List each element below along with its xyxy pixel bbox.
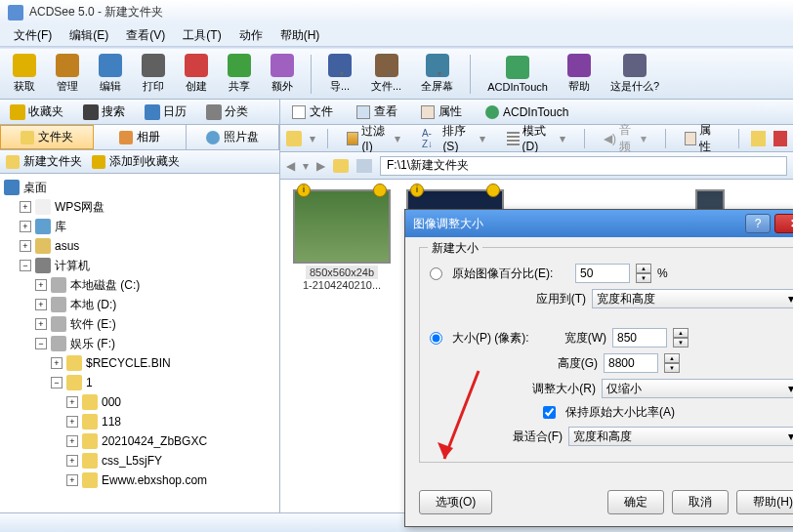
tree-expander[interactable]: +	[20, 201, 31, 213]
toolbar-ACDInTouch[interactable]: ACDInTouch	[480, 53, 555, 96]
tree-node[interactable]: +库	[4, 217, 275, 236]
dialog-close-button[interactable]: ✕	[774, 214, 793, 233]
tree-expander[interactable]: +	[66, 435, 78, 447]
radio-size[interactable]	[430, 332, 442, 345]
menu-file[interactable]: 文件(F)	[6, 25, 60, 46]
resize-select[interactable]: 仅缩小▾	[602, 379, 793, 398]
cancel-button[interactable]: 取消	[672, 490, 729, 514]
filter-button[interactable]: 过滤(I)▾	[340, 120, 407, 156]
rtab-props[interactable]: 属性	[415, 102, 468, 122]
lefttab-分类[interactable]: 分类	[200, 102, 254, 122]
tool-icon-2[interactable]	[773, 131, 787, 146]
tree-node-icon	[82, 453, 98, 469]
tree-node[interactable]: +本地 (D:)	[4, 295, 275, 314]
tree-node[interactable]: +Ewww.ebxshop.com	[4, 471, 275, 490]
dialog-help-button[interactable]: ?	[745, 214, 771, 233]
add-favorite-button[interactable]: 添加到收藏夹	[92, 153, 180, 170]
menu-edit[interactable]: 编辑(E)	[62, 25, 116, 46]
toolbar-导...[interactable]: ▾导...	[321, 51, 358, 97]
history-icon[interactable]	[356, 159, 372, 173]
tree-node[interactable]: +WPS网盘	[4, 197, 275, 217]
tree-expander[interactable]: +	[66, 474, 78, 486]
apply-to-select[interactable]: 宽度和高度▾	[592, 289, 793, 308]
tree-expander[interactable]: +	[35, 279, 47, 291]
tree-node[interactable]: −计算机	[4, 256, 275, 275]
tree-node[interactable]: −1	[4, 373, 275, 392]
height-input[interactable]	[604, 353, 658, 373]
sort-button[interactable]: A-Z↓排序(S)▾	[415, 120, 492, 156]
tree-expander[interactable]: +	[20, 240, 31, 252]
help-button[interactable]: 帮助(H)	[736, 490, 793, 514]
ok-button[interactable]: 确定	[607, 490, 664, 514]
lefttab-搜索[interactable]: 搜索	[77, 102, 131, 122]
height-spinner[interactable]: ▲▼	[664, 353, 680, 373]
keep-ratio-checkbox[interactable]	[543, 406, 556, 419]
new-folder-button[interactable]: 新建文件夹	[6, 153, 82, 170]
toolbar-编辑[interactable]: 编辑	[92, 51, 129, 97]
folder-icon[interactable]	[333, 159, 349, 173]
tree-node-icon	[35, 258, 51, 273]
tree-expander[interactable]: +	[35, 299, 47, 310]
toolbar-帮助[interactable]: 帮助	[561, 51, 598, 97]
menu-action[interactable]: 动作	[231, 25, 271, 46]
toolbar-这是什么?[interactable]: 这是什么?	[604, 51, 666, 97]
toolbar-创建[interactable]: 创建	[178, 51, 215, 97]
nav-fwd-icon[interactable]: ▶	[316, 159, 325, 173]
tree-node[interactable]: +000	[4, 392, 275, 412]
desktop-icon	[4, 180, 20, 195]
toolbar-文件...[interactable]: ▾文件...	[364, 51, 408, 97]
width-spinner[interactable]: ▲▼	[673, 328, 689, 348]
tree-node[interactable]: +$RECYCLE.BIN	[4, 353, 275, 373]
tree-expander[interactable]: +	[35, 318, 47, 330]
percent-input[interactable]	[575, 264, 630, 283]
tree-expander[interactable]: −	[20, 260, 31, 271]
lefttab-日历[interactable]: 日历	[139, 102, 192, 122]
percent-spinner[interactable]: ▲▼	[636, 264, 651, 283]
tree-node[interactable]: +asus	[4, 236, 275, 256]
menu-tools[interactable]: 工具(T)	[175, 25, 229, 46]
tree-root[interactable]: 桌面	[4, 178, 275, 197]
tree-expander[interactable]: +	[51, 357, 63, 369]
toolbar-打印[interactable]: 打印	[135, 51, 172, 97]
rtab-intouch[interactable]: ACDInTouch	[480, 103, 574, 121]
width-input[interactable]	[612, 328, 667, 348]
folder-tree[interactable]: 桌面 +WPS网盘+库+asus−计算机+本地磁盘 (C:)+本地 (D:)+软…	[0, 174, 279, 512]
fit-select[interactable]: 宽度和高度▾	[568, 427, 793, 446]
tool-icon-1[interactable]	[751, 131, 765, 146]
tree-expander[interactable]: −	[35, 338, 47, 349]
tree-expander[interactable]: −	[51, 377, 63, 389]
nav-back-icon[interactable]: ◀	[286, 159, 295, 173]
folder-up-icon[interactable]	[286, 131, 302, 146]
toolbar-额外[interactable]: 额外	[264, 51, 301, 97]
tree-expander[interactable]: +	[20, 221, 31, 232]
subtab-folders[interactable]: 文件夹	[0, 125, 94, 149]
thumbnail[interactable]: i850x560x24b1-2104240210...	[290, 189, 394, 291]
tree-node[interactable]: +20210424_ZbBGXC	[4, 431, 275, 451]
tree-node[interactable]: +118	[4, 412, 275, 431]
thumb-filename: 1-2104240210...	[293, 279, 391, 291]
tree-expander[interactable]: +	[66, 396, 78, 408]
subtab-photodisc[interactable]: 照片盘	[187, 125, 279, 149]
options-button[interactable]: 选项(O)	[419, 490, 492, 514]
toolbar-获取[interactable]: 获取	[6, 51, 43, 97]
radio-percent[interactable]	[430, 267, 442, 280]
tree-expander[interactable]: +	[66, 416, 78, 428]
lefttab-收藏夹[interactable]: 收藏夹	[4, 102, 69, 122]
menu-help[interactable]: 帮助(H)	[272, 25, 328, 46]
menu-view[interactable]: 查看(V)	[118, 25, 173, 46]
toolbar-管理[interactable]: 管理	[49, 51, 86, 97]
address-input[interactable]: F:\1\新建文件夹	[380, 156, 787, 176]
mode-button[interactable]: 模式(D)▾	[500, 120, 572, 156]
rtab-files[interactable]: 文件	[286, 102, 339, 122]
toolbar-共享[interactable]: 共享	[221, 51, 258, 97]
rtab-view[interactable]: 查看	[351, 102, 403, 122]
toolbar-icon	[13, 54, 36, 77]
tree-node[interactable]: +本地磁盘 (C:)	[4, 275, 275, 295]
dialog-titlebar[interactable]: 图像调整大小 ? ✕	[405, 210, 793, 237]
subtab-albums[interactable]: 相册	[94, 125, 187, 149]
tree-expander[interactable]: +	[66, 455, 78, 467]
toolbar-全屏幕[interactable]: ▾全屏幕	[414, 51, 460, 97]
tree-node[interactable]: −娱乐 (F:)	[4, 334, 275, 353]
tree-node[interactable]: +软件 (E:)	[4, 314, 275, 334]
tree-node[interactable]: +css_L5sjFY	[4, 451, 275, 471]
